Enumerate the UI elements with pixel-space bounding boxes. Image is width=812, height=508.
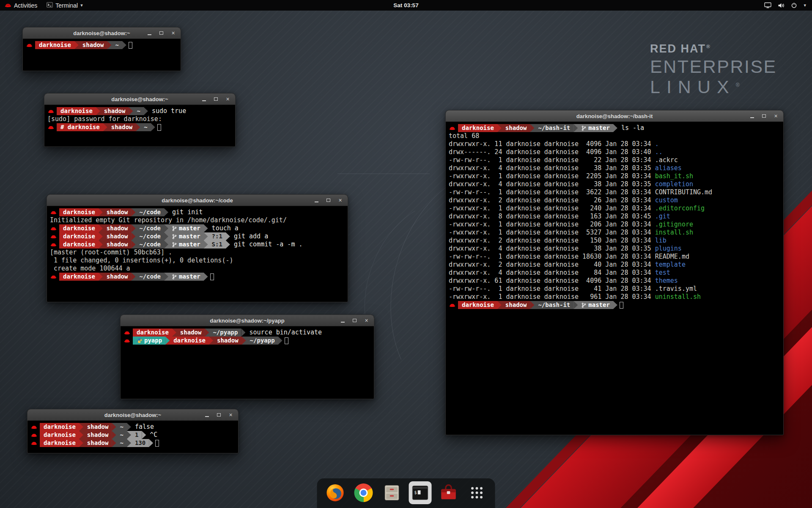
maximize-button[interactable] <box>216 412 222 418</box>
close-button[interactable]: × <box>363 318 370 324</box>
close-button[interactable]: × <box>773 113 779 119</box>
prompt-segment-path: ~/code <box>135 232 164 240</box>
maximize-button[interactable] <box>351 318 358 324</box>
window-titlebar[interactable]: darknoise@shadow:~ × <box>23 28 181 39</box>
redhat-prompt-icon <box>50 224 57 232</box>
prompt-line: # darknoiseshadow~ <box>47 123 232 131</box>
display-icon[interactable] <box>764 2 771 8</box>
clock[interactable]: Sat 03:57 <box>393 2 418 8</box>
prompt-segment-path: ~ <box>116 423 126 431</box>
prompt-segment-git: master <box>168 224 204 232</box>
terminal-text: -rwxrwxr-x. 1 darknoise darknoise 2205 J… <box>449 172 655 180</box>
volume-icon[interactable] <box>778 3 785 8</box>
activities-button[interactable]: Activities <box>0 0 42 11</box>
prompt-segment-host: shadow <box>103 208 132 216</box>
redhat-prompt-icon <box>50 208 57 216</box>
minimize-button[interactable] <box>313 197 320 204</box>
terminal-text: -rw-rw-r--. 1 darknoise darknoise 22 Jan… <box>449 156 655 164</box>
dock-chrome-icon[interactable] <box>352 481 375 504</box>
terminal-content[interactable]: darknoiseshadow~ <box>23 39 181 51</box>
branch-icon <box>172 274 177 280</box>
powerline-separator <box>613 124 617 132</box>
powerline-separator <box>164 232 168 240</box>
terminal-window: darknoise@shadow:~ × darknoiseshadow~ <box>22 27 181 71</box>
maximize-button[interactable] <box>761 113 767 119</box>
redhat-prompt-icon <box>449 301 455 309</box>
prompt-segment-user: darknoise <box>40 439 79 447</box>
dock-toolbox-icon[interactable] <box>437 481 460 504</box>
close-button[interactable]: × <box>337 197 343 204</box>
powerline-separator <box>79 423 83 431</box>
prompt-segment-stat: 1 <box>131 431 142 439</box>
terminal-text: test <box>655 269 670 277</box>
redhat-prompt-icon <box>31 423 37 431</box>
redhat-logo-icon <box>5 2 11 9</box>
prompt-segment-user: darknoise <box>40 431 79 439</box>
terminal-text: .git <box>655 213 670 221</box>
app-menu-terminal[interactable]: Terminal ▾ <box>42 0 87 11</box>
powerline-separator <box>241 329 245 337</box>
terminal-text: -rw-rw-r--. 1 darknoise darknoise 18630 … <box>449 253 655 261</box>
powerline-separator <box>164 273 168 281</box>
minimize-button[interactable] <box>340 318 346 324</box>
powerline-separator <box>131 273 135 281</box>
minimize-button[interactable] <box>204 412 210 418</box>
minimize-button[interactable] <box>146 30 153 36</box>
close-button[interactable]: × <box>225 96 231 102</box>
terminal-content[interactable]: darknoiseshadow~/bash-itmaster ls -latot… <box>446 122 783 311</box>
powerline-separator <box>131 232 135 240</box>
minimize-button[interactable] <box>749 113 755 119</box>
terminal-content[interactable]: darknoiseshadow~/pyapp source bin/activa… <box>121 326 374 347</box>
close-button[interactable]: × <box>228 412 234 418</box>
dock-terminal-icon[interactable]: $ <box>409 481 432 504</box>
window-titlebar[interactable]: darknoise@shadow:~ × <box>27 409 238 421</box>
redhat-prompt-icon <box>124 337 130 345</box>
terminal-text: themes <box>655 277 678 285</box>
powerline-separator <box>131 240 135 248</box>
output-line: drwxrwxr-x. 4 darknoise darknoise 38 Jan… <box>449 164 780 172</box>
redhat-prompt-icon <box>50 240 57 248</box>
window-titlebar[interactable]: darknoise@shadow:~/code × <box>47 195 348 206</box>
minimize-button[interactable] <box>201 96 207 102</box>
terminal-content[interactable]: darknoiseshadow~/code git initInitialize… <box>47 206 348 283</box>
window-titlebar[interactable]: darknoise@shadow:~ × <box>44 94 235 105</box>
maximize-button[interactable] <box>213 96 219 102</box>
terminal-text: -rw-rw-r--. 1 darknoise darknoise 3622 J… <box>449 188 655 196</box>
terminal-text: .travis.yml <box>655 285 697 293</box>
prompt-segment-path: ~ <box>116 439 126 447</box>
prompt-segment-host: shadow <box>83 431 112 439</box>
dock-firefox-icon[interactable] <box>324 481 347 504</box>
prompt-segment-user: darknoise <box>170 337 209 345</box>
powerline-separator <box>497 301 502 309</box>
maximize-button[interactable] <box>325 197 332 204</box>
chevron-down-icon: ▾ <box>80 3 83 8</box>
powerline-separator <box>204 232 208 240</box>
window-titlebar[interactable]: darknoise@shadow:~/bash-it × <box>446 110 783 122</box>
maximize-button[interactable] <box>158 30 165 36</box>
dock-files-icon[interactable] <box>381 481 403 504</box>
powerline-separator <box>99 273 103 281</box>
terminal-text: drwx------. 24 darknoise darknoise 4096 … <box>449 148 655 156</box>
powerline-separator <box>127 431 131 439</box>
prompt-line: darknoiseshadow~/codemaster?:1 git add a <box>50 232 345 240</box>
prompt-segment-user: darknoise <box>59 224 99 232</box>
window-titlebar[interactable]: darknoise@shadow:~/pyapp × <box>121 315 374 326</box>
power-icon[interactable] <box>791 2 797 8</box>
terminal-text: -rwxrwxr-x. 1 darknoise darknoise 961 Ja… <box>449 293 655 301</box>
close-button[interactable]: × <box>170 30 176 36</box>
redhat-prompt-icon <box>449 124 455 132</box>
dock: $ <box>317 478 495 508</box>
prompt-segment-user: # darknoise <box>57 123 103 131</box>
prompt-segment-path: ~/code <box>135 208 164 216</box>
prompt-segment-user: darknoise <box>458 301 497 309</box>
powerline-separator <box>226 240 230 248</box>
powerline-separator <box>278 337 283 345</box>
powerline-separator <box>242 337 246 345</box>
terminal-text: . <box>655 140 659 148</box>
terminal-text: completion <box>655 180 693 188</box>
terminal-content[interactable]: darknoiseshadow~ sudo true[sudo] passwor… <box>44 105 235 133</box>
dock-app-grid-icon[interactable] <box>466 481 488 504</box>
activities-label: Activities <box>14 2 37 9</box>
terminal-text: total 68 <box>449 132 479 140</box>
terminal-content[interactable]: darknoiseshadow~ falsedarknoiseshadow~1 … <box>27 421 238 449</box>
